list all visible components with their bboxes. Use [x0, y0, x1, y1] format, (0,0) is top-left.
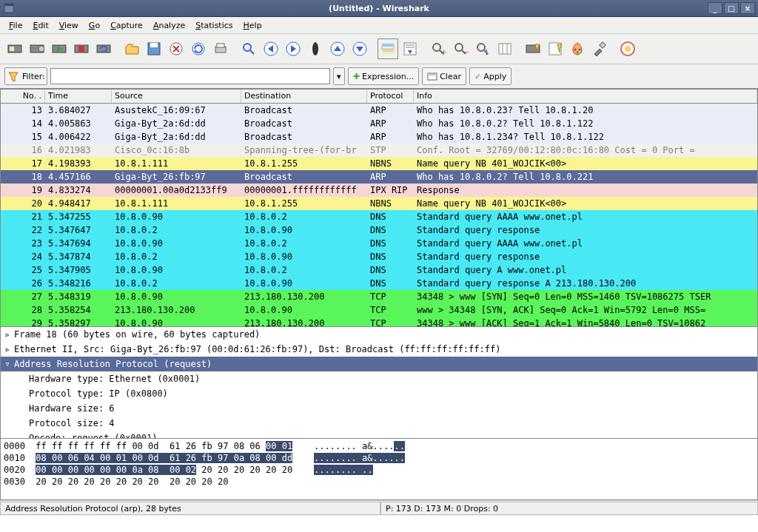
detail-row[interactable]: ▿Address Resolution Protocol (request): [1, 357, 757, 371]
col-source[interactable]: Source: [112, 90, 241, 103]
filter-button[interactable]: Filter:: [4, 67, 47, 85]
expand-icon[interactable]: ▹: [4, 344, 11, 354]
packet-row[interactable]: 204.94841710.8.1.11110.8.1.255NBNSName q…: [1, 197, 757, 210]
menu-help[interactable]: Help: [239, 19, 266, 32]
menu-file[interactable]: File: [4, 19, 27, 32]
tb-close-icon[interactable]: [166, 38, 187, 59]
detail-row[interactable]: ▹Frame 18 (60 bytes on wire, 60 bytes ca…: [1, 327, 757, 342]
tb-go-back-icon[interactable]: [261, 38, 281, 59]
filter-input[interactable]: [53, 71, 327, 82]
svg-rect-9: [78, 46, 84, 52]
detail-row[interactable]: Opcode: request (0x0001): [1, 431, 757, 439]
tb-help-icon[interactable]: [617, 38, 638, 59]
packet-row[interactable]: 184.457166Giga-Byt_26:fb:97BroadcastARPW…: [1, 170, 757, 183]
tb-start-capture-icon[interactable]: [49, 38, 70, 59]
clear-button[interactable]: Clear: [422, 67, 466, 85]
tb-go-to-packet-icon[interactable]: [305, 38, 326, 59]
tb-colorize-icon[interactable]: [378, 38, 398, 59]
svg-point-5: [38, 46, 44, 52]
expression-button[interactable]: ✚ Expression...: [348, 67, 419, 85]
tb-zoom-in-icon[interactable]: +: [428, 38, 449, 59]
tb-go-forward-icon[interactable]: [283, 38, 303, 59]
tb-capture-filters-icon[interactable]: [523, 38, 543, 59]
tb-auto-scroll-icon[interactable]: [400, 38, 420, 59]
packet-row[interactable]: 295.35829710.8.0.90213.180.130.200TCP343…: [1, 317, 757, 326]
detail-row[interactable]: ▹Ethernet II, Src: Giga-Byt_26:fb:97 (00…: [1, 342, 757, 357]
tb-open-icon[interactable]: [121, 38, 142, 59]
hex-row[interactable]: 0010 08 00 06 04 00 01 00 0d 61 26 fb 97…: [4, 452, 754, 464]
clear-icon: [427, 71, 437, 81]
svg-point-41: [455, 44, 463, 51]
filter-label: Filter:: [22, 72, 45, 81]
packet-row[interactable]: 174.19839310.8.1.11110.8.1.255NBNSName q…: [1, 157, 757, 170]
tb-interfaces-icon[interactable]: [4, 38, 25, 59]
packet-row[interactable]: 275.34831910.8.0.90213.180.130.200TCP343…: [1, 290, 757, 303]
packet-row[interactable]: 154.006422Giga-Byt_2a:6d:ddBroadcastARPW…: [1, 130, 757, 144]
maximize-button[interactable]: □: [724, 2, 739, 14]
tb-zoom-100-icon[interactable]: 1: [472, 38, 493, 59]
tb-resize-columns-icon[interactable]: [494, 38, 515, 59]
tb-preferences-icon[interactable]: [589, 38, 610, 59]
hex-row[interactable]: 0020 00 00 00 00 00 00 0a 08 00 02 20 20…: [4, 464, 754, 476]
window-menu-icon[interactable]: [3, 2, 15, 14]
hex-row[interactable]: 0030 20 20 20 20 20 20 20 20 20 20 20 20: [4, 476, 754, 488]
detail-row[interactable]: Protocol size: 4: [1, 416, 757, 431]
detail-row[interactable]: Hardware type: Ethernet (0x0001): [1, 371, 757, 386]
filter-dropdown-button[interactable]: ▾: [333, 67, 345, 85]
tb-go-last-icon[interactable]: [349, 38, 370, 59]
packet-row[interactable]: 265.34821610.8.0.210.8.0.90DNSStandard q…: [1, 277, 757, 290]
hex-row[interactable]: 0000 ff ff ff ff ff ff 00 0d 61 26 fb 97…: [4, 440, 754, 452]
tb-find-icon[interactable]: [238, 38, 259, 59]
packet-row[interactable]: 215.34725510.8.0.9010.8.0.2DNSStandard q…: [1, 210, 757, 223]
svg-point-38: [433, 44, 440, 51]
packet-row[interactable]: 285.358254213.180.130.20010.8.0.90TCPwww…: [1, 303, 757, 317]
packet-row[interactable]: 194.83327400000001.00a0d2133ff900000001.…: [1, 183, 757, 197]
close-button[interactable]: ×: [740, 2, 755, 14]
tb-zoom-out-icon[interactable]: −: [450, 38, 471, 59]
menu-capture[interactable]: Capture: [106, 19, 147, 32]
col-destination[interactable]: Destination: [241, 90, 367, 103]
packet-details-pane[interactable]: ▹Frame 18 (60 bytes on wire, 60 bytes ca…: [0, 327, 758, 439]
packet-row[interactable]: 144.005863Giga-Byt_2a:6d:ddBroadcastARPW…: [1, 117, 757, 130]
apply-button[interactable]: ✓ Apply: [469, 67, 512, 85]
svg-rect-30: [382, 44, 394, 46]
tb-display-filters-icon[interactable]: [545, 38, 566, 59]
plus-icon: ✚: [353, 72, 360, 81]
minimize-button[interactable]: _: [708, 2, 722, 14]
tb-options-icon[interactable]: [27, 38, 47, 59]
tb-stop-capture-icon[interactable]: [71, 38, 92, 59]
col-info[interactable]: Info: [414, 90, 757, 103]
packet-row[interactable]: 235.34769410.8.0.9010.8.0.2DNSStandard q…: [1, 237, 757, 250]
col-protocol[interactable]: Protocol: [367, 90, 414, 103]
detail-row[interactable]: Hardware size: 6: [1, 401, 757, 416]
svg-line-19: [250, 50, 254, 54]
col-no[interactable]: No. .: [1, 90, 45, 103]
tb-coloring-rules-icon[interactable]: [567, 38, 588, 59]
col-time[interactable]: Time: [45, 90, 112, 103]
packet-row[interactable]: 164.021983Cisco_0c:16:8bSpanning-tree-(f…: [1, 144, 757, 157]
svg-text:−: −: [463, 48, 469, 56]
menu-view[interactable]: View: [55, 19, 83, 32]
tb-go-first-icon[interactable]: [327, 38, 348, 59]
menu-edit[interactable]: Edit: [28, 19, 53, 32]
svg-rect-33: [382, 53, 394, 54]
menu-analyze[interactable]: Analyze: [149, 19, 190, 32]
tb-reload-icon[interactable]: [188, 38, 209, 59]
expand-icon[interactable]: ▿: [4, 359, 11, 369]
tb-restart-capture-icon[interactable]: [93, 38, 114, 59]
packet-row[interactable]: 255.34790510.8.0.9010.8.0.2DNSStandard q…: [1, 263, 757, 277]
packet-row[interactable]: 245.34787410.8.0.210.8.0.90DNSStandard q…: [1, 250, 757, 263]
svg-rect-12: [150, 43, 158, 47]
menu-go[interactable]: Go: [84, 19, 104, 32]
packet-row[interactable]: 225.34764710.8.0.210.8.0.90DNSStandard q…: [1, 223, 757, 237]
svg-point-18: [244, 44, 251, 51]
detail-row[interactable]: Protocol type: IP (0x0800): [1, 386, 757, 401]
menu-statistics[interactable]: Statistics: [191, 19, 237, 32]
packet-list-body[interactable]: 133.684027AsustekC_16:09:67BroadcastARPW…: [1, 104, 757, 326]
tb-save-icon[interactable]: [144, 38, 164, 59]
status-left: Address Resolution Protocol (arp), 28 by…: [0, 502, 380, 515]
tb-print-icon[interactable]: [210, 38, 231, 59]
expand-icon[interactable]: ▹: [4, 329, 11, 340]
packet-bytes-pane[interactable]: 0000 ff ff ff ff ff ff 00 0d 61 26 fb 97…: [0, 439, 758, 500]
packet-row[interactable]: 133.684027AsustekC_16:09:67BroadcastARPW…: [1, 104, 757, 117]
